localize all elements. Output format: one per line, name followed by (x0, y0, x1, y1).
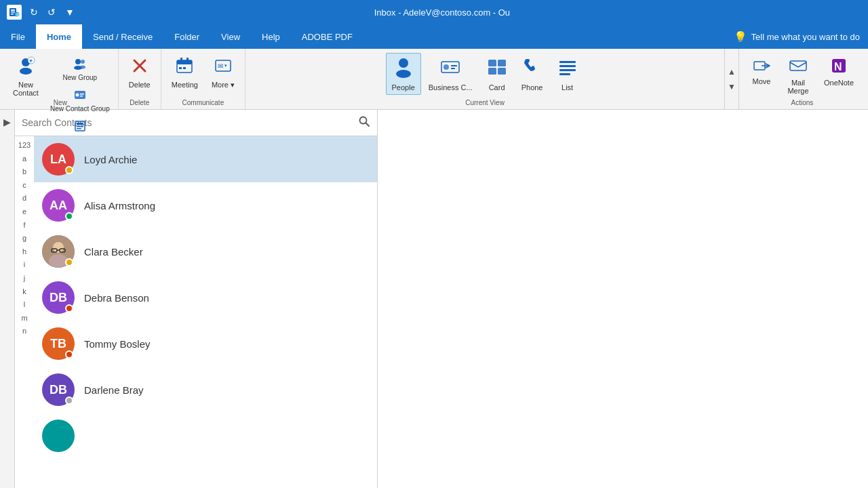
avatar-initials: DB (50, 291, 67, 305)
new-group-icon (73, 57, 87, 73)
content-area (378, 110, 868, 488)
menu-file[interactable]: File (0, 24, 36, 49)
svg-rect-41 (488, 68, 496, 75)
alpha-i[interactable]: i (15, 258, 34, 272)
card-view-button[interactable]: Card (480, 53, 514, 95)
svg-text:▾: ▾ (224, 63, 227, 68)
alpha-h[interactable]: h (15, 245, 34, 259)
status-dot (65, 166, 73, 174)
menu-home[interactable]: Home (36, 24, 82, 49)
contact-name: Tommy Bosley (84, 338, 151, 350)
business-card-button[interactable]: Business C... (422, 53, 479, 95)
alpha-j[interactable]: j (15, 272, 34, 285)
business-card-label: Business C... (429, 83, 473, 92)
new-group-button[interactable]: New Group (46, 54, 114, 84)
contacts-panel: 123 a b c d e f g h i j k l m n (15, 110, 378, 488)
avatar-initials: AA (50, 199, 67, 213)
contacts-scroll[interactable]: LA Loyd Archie AA Alisa Armstrong (34, 136, 377, 488)
phone-view-button[interactable]: Phone (515, 53, 549, 95)
customize-button[interactable]: ▼ (62, 5, 77, 19)
svg-rect-16 (80, 94, 84, 95)
more-button[interactable]: ✉ ▾ More ▾ (205, 53, 241, 93)
alpha-l[interactable]: l (15, 298, 34, 312)
ribbon-group-current-view: People Business C... (245, 49, 724, 109)
ribbon-group-new: + NewContact New Group (3, 49, 119, 109)
mail-merge-icon (789, 56, 808, 77)
meeting-icon (175, 56, 194, 79)
avatar: DB (42, 281, 75, 314)
contacts-list-area: 123 a b c d e f g h i j k l m n (15, 136, 377, 488)
avatar: LA (42, 143, 75, 176)
search-button[interactable] (358, 115, 370, 130)
alpha-e[interactable]: e (15, 205, 34, 219)
contact-item[interactable]: AA Alisa Armstrong (34, 182, 377, 228)
phone-view-icon (521, 56, 543, 81)
ribbon-scroll-down[interactable]: ▼ (726, 79, 737, 94)
sidebar-toggle[interactable]: ▶ (0, 110, 15, 488)
move-button[interactable]: Move (745, 53, 778, 109)
onenote-button[interactable]: N OneNote (818, 53, 860, 109)
alpha-a[interactable]: a (15, 152, 34, 166)
svg-rect-39 (488, 60, 496, 66)
menu-folder[interactable]: Folder (163, 24, 210, 49)
alpha-b[interactable]: b (15, 165, 34, 179)
avatar: DB (42, 373, 75, 406)
ribbon-scroll-up[interactable]: ▲ (726, 64, 737, 79)
view-people-button[interactable]: People (386, 53, 421, 95)
svg-rect-3 (11, 14, 14, 15)
contact-name: Alisa Armstrong (84, 200, 155, 211)
contact-item[interactable]: LA Loyd Archie (34, 136, 377, 182)
undo-button[interactable]: ↻ (27, 5, 41, 19)
new-group-label: New Group (63, 74, 98, 81)
svg-rect-1 (11, 9, 15, 11)
tell-me-bar[interactable]: 💡 Tell me what you want to do (726, 24, 868, 49)
list-view-button[interactable]: List (551, 53, 585, 95)
menu-bar: File Home Send / Receive Folder View Hel… (0, 24, 868, 49)
alpha-k[interactable]: k (15, 285, 34, 299)
quick-access-toolbar: ↻ ↺ ▼ (27, 5, 77, 19)
alpha-f[interactable]: f (15, 219, 34, 232)
svg-rect-43 (559, 61, 576, 63)
contact-item[interactable]: Clara Becker (34, 228, 377, 274)
svg-point-36 (443, 64, 449, 70)
menu-adobe-pdf[interactable]: ADOBE PDF (291, 24, 363, 49)
contact-name: Loyd Archie (84, 154, 137, 165)
ribbon-group-actions: Move MailMerge N OneNote (738, 49, 865, 109)
alpha-n[interactable]: n (15, 325, 34, 338)
window-title: Inbox - AdeleV@contoso.com - Ou (374, 7, 510, 18)
contact-item[interactable] (34, 413, 377, 459)
status-dot (65, 396, 73, 405)
svg-point-15 (75, 94, 79, 97)
svg-rect-26 (180, 58, 182, 62)
alpha-d[interactable]: d (15, 192, 34, 205)
status-dot (65, 304, 73, 312)
svg-rect-25 (177, 60, 192, 64)
svg-point-34 (396, 70, 411, 78)
alpha-c[interactable]: c (15, 179, 34, 192)
delete-group-label-text: Delete (130, 99, 149, 106)
delete-button[interactable]: Delete (123, 53, 157, 92)
redo-button[interactable]: ↺ (45, 5, 58, 19)
new-contact-button[interactable]: + NewContact (7, 53, 45, 100)
contact-item[interactable]: DB Darlene Bray (34, 367, 377, 413)
avatar-initials: DB (50, 383, 67, 397)
alpha-g[interactable]: g (15, 232, 34, 245)
svg-rect-17 (80, 96, 83, 97)
menu-view[interactable]: View (210, 24, 251, 49)
contact-item[interactable]: TB Tommy Bosley (34, 321, 377, 367)
title-bar: @ ↻ ↺ ▼ Inbox - AdeleV@contoso.com - Ou (0, 0, 868, 24)
new-contact-group-icon (73, 88, 87, 104)
svg-rect-42 (498, 68, 506, 75)
menu-help[interactable]: Help (251, 24, 291, 49)
alpha-m[interactable]: m (15, 312, 34, 325)
outlook-icon: @ (7, 5, 22, 20)
svg-rect-27 (186, 58, 189, 62)
more-icon: ✉ ▾ (214, 56, 233, 79)
avatar-initials: LA (50, 152, 66, 167)
meeting-button[interactable]: Meeting (165, 53, 204, 92)
svg-rect-40 (498, 60, 506, 66)
contact-name: Clara Becker (84, 246, 143, 258)
people-view-icon (393, 56, 414, 81)
contact-item[interactable]: DB Debra Benson (34, 274, 377, 321)
menu-send-receive[interactable]: Send / Receive (82, 24, 163, 49)
